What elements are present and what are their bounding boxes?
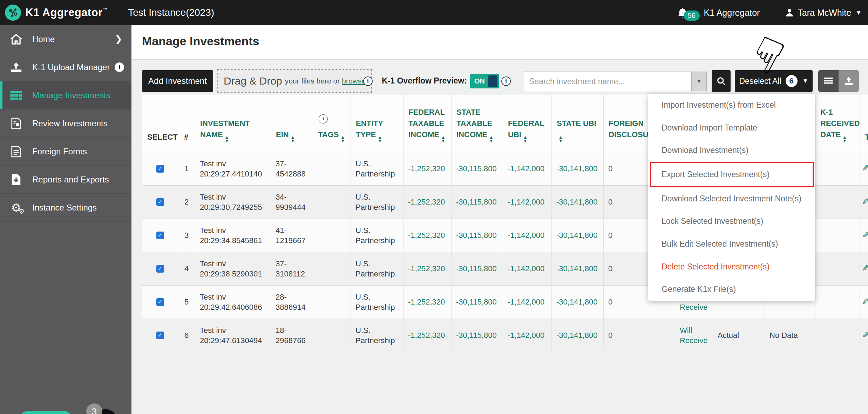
menu-item-label: Bulk Edit Selected Investment(s)	[662, 239, 778, 249]
menu-item[interactable]: Download Investment(s)	[648, 139, 815, 162]
column-header[interactable]: K-1 RECEIVED DATE▲▼	[815, 95, 860, 152]
sidebar-item[interactable]: Reports and Exports	[0, 166, 131, 194]
row-checkbox[interactable]	[156, 332, 164, 339]
edit-pencil-icon[interactable]: ✎	[862, 196, 868, 208]
cell-investment-name: Test inv 20:29:27.4410140	[195, 152, 271, 185]
menu-item[interactable]: Bulk Edit Selected Investment(s)	[648, 233, 815, 255]
cell-entity-type: U.S. Partnership	[351, 286, 404, 319]
column-header[interactable]: #	[180, 95, 195, 152]
edit-pencil-icon[interactable]: ✎	[862, 163, 868, 174]
sidebar-item-label: K-1 Upload Manager	[32, 62, 110, 72]
row-checkbox[interactable]	[156, 198, 164, 206]
sort-arrows-icon[interactable]: ▲▼	[341, 136, 344, 143]
menu-item-label: Download Selected Investment Note(s)	[662, 194, 801, 203]
notifications-button[interactable]: 56	[677, 7, 688, 18]
upload-view-button[interactable]	[839, 70, 859, 92]
column-header[interactable]: INVESTMENT NAME▲▼	[195, 95, 271, 152]
column-header[interactable]: FEDERAL UBI▲▼	[503, 95, 552, 152]
cell-k1-status: Will Receive	[675, 319, 713, 350]
sidebar-item[interactable]: Home ❯	[0, 25, 131, 53]
brand-name: K1 Aggregator™	[25, 6, 108, 19]
menu-item-label: Generate K1x File(s)	[662, 285, 736, 294]
menu-item[interactable]: Export Selected Investment(s)	[650, 162, 814, 187]
chevron-down-icon: ▼	[802, 78, 808, 85]
cell-select	[142, 152, 180, 185]
menu-item[interactable]: Import Investment(s) from Excel	[648, 94, 815, 116]
cell-k1-received-date	[815, 252, 860, 285]
sidebar-item-label: Manage Investments	[32, 91, 110, 100]
support-button[interactable]: ? Support	[19, 411, 73, 414]
cell-row-number: 6	[180, 319, 195, 350]
file-dropzone[interactable]: Drag & Drop your files here or browse	[217, 69, 372, 93]
row-checkbox[interactable]	[156, 232, 164, 239]
info-icon[interactable]: i	[115, 62, 124, 72]
search-dropdown-arrow[interactable]: ▼	[691, 72, 706, 91]
row-checkbox[interactable]	[156, 265, 164, 273]
sort-arrows-icon[interactable]: ▲▼	[225, 136, 228, 143]
sidebar-item[interactable]: K-1 Upload Manager i	[0, 53, 131, 81]
row-checkbox[interactable]	[156, 298, 164, 306]
menu-item[interactable]: Delete Selected Investment(s)	[648, 255, 815, 278]
toggle-info-icon[interactable]: i	[501, 76, 511, 86]
sort-arrows-icon[interactable]: ▲▼	[559, 136, 562, 143]
cell-ein: 37-4542888	[271, 152, 313, 185]
column-header[interactable]: SELECT	[142, 95, 180, 152]
view-toggle-group	[818, 70, 859, 92]
sidebar-item[interactable]: ⚙⚙ Instance Settings	[0, 194, 131, 222]
row-checkbox[interactable]	[156, 165, 164, 173]
top-bar: K1 Aggregator™ Test Instance(2023) 56 K1…	[0, 0, 868, 25]
sort-arrows-icon[interactable]: ▲▼	[291, 136, 294, 143]
info-icon[interactable]: i	[319, 114, 328, 123]
column-header[interactable]: STATE TAXABLE INCOME▲▼	[452, 95, 503, 152]
dropzone-info-icon[interactable]: i	[363, 76, 373, 86]
column-header[interactable]: i TAGS▲▼	[313, 95, 351, 152]
cell-federal-ubi: -1,142,000	[503, 252, 552, 285]
add-investment-button[interactable]: Add Investment	[142, 70, 213, 92]
cell-k1-received-date	[815, 219, 860, 252]
overflow-preview-label: K-1 Overflow Preview:	[382, 76, 467, 86]
user-menu[interactable]: Tara McWhite ▼	[785, 8, 862, 18]
cell-estimate-actual: Actual	[713, 319, 765, 350]
column-header[interactable]: ENTITY TYPE▲▼	[351, 95, 404, 152]
menu-item[interactable]: Download Selected Investment Note(s)	[648, 187, 815, 210]
column-header[interactable]: STATE UBI▲▼	[552, 95, 604, 152]
cell-investment-name: Test inv 20:29:47.6130494	[195, 319, 271, 350]
menu-item[interactable]: Download Import Template	[648, 116, 815, 139]
sort-arrows-icon[interactable]: ▲▼	[442, 136, 445, 143]
column-header[interactable]: FEDERAL TAXABLE INCOME▲▼	[404, 95, 452, 152]
sidebar-item[interactable]: Manage Investments	[0, 81, 131, 109]
menu-item-label: Export Selected Investment(s)	[662, 170, 769, 179]
menu-item[interactable]: Generate K1x File(s)	[648, 278, 815, 301]
search-button[interactable]	[712, 70, 731, 92]
edit-pencil-icon[interactable]: ✎	[862, 263, 868, 274]
search-input[interactable]	[523, 72, 691, 91]
column-header[interactable]: T	[860, 95, 868, 152]
cell-actions: ✎	[860, 252, 868, 285]
cell-tags	[313, 152, 351, 185]
org-name[interactable]: K1 Aggregator	[704, 8, 760, 18]
cell-federal-ubi: -1,142,000	[503, 186, 552, 219]
sort-arrows-icon[interactable]: ▲▼	[378, 136, 381, 143]
sidebar-item[interactable]: Review Investments	[0, 109, 131, 138]
table-view-button[interactable]	[818, 70, 839, 92]
sort-arrows-icon[interactable]: ▲▼	[490, 136, 493, 143]
notification-count-badge: 56	[684, 11, 700, 21]
cell-state-ubi: -30,141,800	[552, 186, 604, 219]
menu-item-label: Download Investment(s)	[662, 146, 748, 155]
sidebar-item[interactable]: Foreign Forms	[0, 138, 131, 166]
column-header[interactable]: EIN▲▼	[271, 95, 313, 152]
menu-item[interactable]: Lock Selected Investment(s)	[648, 210, 815, 233]
edit-pencil-icon[interactable]: ✎	[862, 230, 868, 241]
sort-arrows-icon[interactable]: ▲▼	[843, 136, 846, 143]
chat-count-badge: 3	[86, 403, 102, 414]
sort-arrows-icon[interactable]: ▲▼	[524, 136, 527, 143]
edit-pencil-icon[interactable]: ✎	[862, 296, 868, 308]
cell-ein: 34-9939444	[271, 186, 313, 219]
edit-pencil-icon[interactable]: ✎	[862, 330, 868, 341]
cell-tags	[313, 252, 351, 285]
overflow-preview-toggle[interactable]: ON	[470, 74, 499, 88]
cell-state-taxable-income: -30,115,800	[452, 186, 503, 219]
browse-link[interactable]: browse	[342, 77, 366, 85]
column-header-label: K-1 RECEIVED DATE	[820, 108, 860, 139]
app-logo-icon	[5, 5, 21, 21]
